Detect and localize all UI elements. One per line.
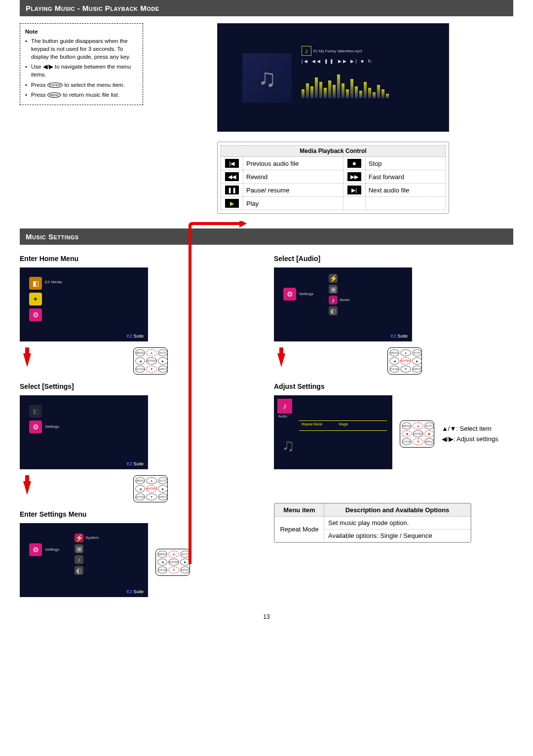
- select-settings-screenshot: ◧ ⚙ Settings EZ Suite: [20, 395, 148, 469]
- play-label: Play: [243, 197, 343, 210]
- settings-menu-screenshot: ⚙ Settings ⚡ System ▣ ♪ ◐ EZ Suite: [20, 523, 148, 597]
- note-item: Press MENU to return music file list.: [25, 91, 138, 99]
- track-title: 01 My Funny Valentine.mp3: [313, 49, 362, 53]
- brand-label: EZ Suite: [390, 334, 408, 339]
- remote-keypad-icon: MENU▲AUTO ◀ENTER▶ ZOOM▼INPUT: [155, 549, 190, 576]
- svg-marker-0: [239, 221, 247, 227]
- stop-label: Stop: [365, 157, 445, 170]
- enter-key-icon: ENTER: [47, 82, 63, 88]
- system-label: System: [85, 535, 99, 540]
- note-item: Press ENTER to select the menu item.: [25, 81, 138, 89]
- note-box: Note The button guide disappears when th…: [20, 23, 143, 105]
- arrow-down-icon: [23, 481, 31, 495]
- step-select-settings: Select [Settings]: [20, 382, 259, 390]
- note-item: The button guide disappears when the key…: [25, 37, 138, 61]
- legend-desc1: Set music play mode option.: [324, 517, 471, 529]
- remote-keypad-icon: MENU▲AUTO ◀ENTER▶ ZOOM▼INPUT: [400, 420, 434, 448]
- legend-item: Repeat Mode: [275, 517, 324, 542]
- pause-label: Pause/ resume: [243, 184, 343, 197]
- settings-icon: ⚙: [29, 308, 42, 321]
- remote-keypad-icon: MENU▲AUTO ◀ENTER▶ ZOOM▼INPUT: [387, 347, 422, 375]
- misc-icon: ◐: [75, 566, 83, 575]
- audio-tab-label: Audio: [278, 415, 287, 418]
- system-icon: ⚡: [75, 533, 83, 542]
- section-header-playback: Playing Music - Music Playback Mode: [20, 0, 513, 16]
- next-icon: ▶|: [347, 186, 361, 194]
- step-select-audio: Select [Audio]: [274, 255, 513, 263]
- brand-label: EZ Suite: [126, 461, 144, 466]
- step-enter-settings: Enter Settings Menu: [20, 510, 259, 518]
- system-icon: ⚡: [329, 274, 338, 283]
- audio-icon: ♪: [329, 296, 338, 304]
- note-title: Note: [25, 28, 138, 36]
- equalizer-icon: [302, 69, 439, 98]
- video-icon: ▣: [75, 544, 83, 553]
- ffwd-label: Fast forward: [365, 170, 445, 184]
- dim-icon: ◧: [29, 405, 42, 417]
- settings-label: Settings: [299, 292, 313, 296]
- player-screenshot: ♫ ♪ 01 My Funny Valentine.mp3 |◀ ◀◀ ❚❚ ▶…: [217, 23, 449, 132]
- audio-label: Audio: [340, 298, 349, 302]
- prev-icon: |◀: [225, 159, 239, 168]
- misc-icon: ◐: [329, 306, 338, 315]
- album-art-icon: ♫: [242, 53, 292, 103]
- audio-tab-icon: ♪: [277, 399, 292, 414]
- remote-keypad-icon: MENU▲AUTO ◀ENTER▶ ZOOM▼INPUT: [133, 347, 168, 375]
- music-note-icon: ♪: [302, 46, 311, 56]
- ez-media-icon: ◧: [29, 277, 42, 290]
- play-icon: ▶: [225, 199, 239, 208]
- arrow-down-icon: [277, 353, 285, 367]
- prev-label: Previous audio file: [243, 157, 343, 170]
- step-adjust-settings: Adjust Settings: [274, 382, 513, 390]
- settings-icon: ⚙: [283, 288, 296, 301]
- select-audio-screenshot: ⚙ Settings ⚡ ▣ ♪ Audio ◐ EZ Suite: [274, 267, 412, 341]
- rewind-label: Rewind: [243, 170, 343, 184]
- media-playback-table: Media Playback Control |◀ Previous audio…: [217, 142, 449, 214]
- playback-controls-icon: |◀ ◀◀ ❚❚ ▶▶ ▶| ■ ↻: [302, 59, 439, 64]
- menu-item-table: Menu item Description and Available Opti…: [274, 503, 471, 543]
- page-number: 13: [20, 613, 513, 620]
- video-icon: ▣: [329, 285, 338, 294]
- brand-label: EZ Suite: [126, 334, 144, 339]
- settings-icon: ⚙: [29, 543, 42, 556]
- single-label: Single: [339, 422, 348, 426]
- stop-icon: ■: [347, 159, 361, 168]
- ffwd-icon: ▶▶: [347, 172, 361, 181]
- legend-header-desc: Description and Available Options: [324, 504, 471, 517]
- adjust-settings-screenshot: ♪ Audio Repeat Mode Single ♫: [274, 395, 392, 469]
- hint-text: ▲/▼: Select item ◀/▶: Adjust settings: [442, 424, 498, 445]
- audio-icon: ♪: [75, 555, 83, 564]
- step-enter-home: Enter Home Menu: [20, 255, 259, 263]
- brand-label: EZ Suite: [126, 589, 144, 594]
- settings-label: Settings: [45, 424, 59, 429]
- settings-label: Settings: [45, 547, 59, 552]
- settings-icon: ⚙: [29, 420, 42, 433]
- legend-desc2: Available options: Single / Sequence: [324, 529, 471, 542]
- legend-header-item: Menu item: [275, 504, 324, 517]
- menu-key-icon: MENU: [47, 92, 62, 98]
- ez-media-label: EZ Media: [45, 280, 62, 284]
- rewind-icon: ◀◀: [225, 172, 239, 181]
- pause-icon: ❚❚: [225, 186, 239, 194]
- music-art-icon: ♫: [282, 435, 295, 455]
- section-header-settings: Music Settings: [20, 228, 513, 245]
- ez-display-icon: ✦: [29, 293, 42, 305]
- next-label: Next audio file: [365, 184, 445, 197]
- arrow-down-icon: [23, 353, 31, 367]
- note-item: Use ◀/▶ to navigate between the menu ite…: [25, 63, 138, 78]
- repeat-mode-label: Repeat Mode: [302, 422, 322, 426]
- remote-keypad-icon: MENU▲AUTO ◀ENTER▶ ZOOM▼INPUT: [133, 475, 168, 502]
- home-menu-screenshot: ◧ ✦ ⚙ EZ Media EZ Suite: [20, 267, 148, 341]
- media-table-header: Media Playback Control: [221, 146, 446, 157]
